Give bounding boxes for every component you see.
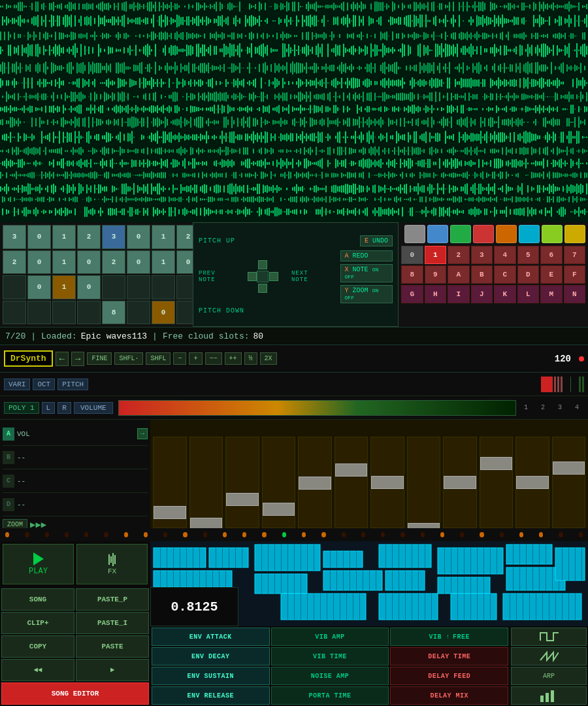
paste-p-button[interactable]: PASTE_P: [76, 588, 149, 611]
seq-cell[interactable]: 0: [127, 225, 150, 249]
delay-mix-button[interactable]: DELAY MIX: [390, 686, 508, 705]
forward-button[interactable]: ►: [76, 659, 149, 681]
nav-cross[interactable]: [248, 260, 278, 293]
pad-color-6[interactable]: [542, 225, 563, 243]
pad-cell-H[interactable]: H: [425, 285, 447, 303]
fader-track-9[interactable]: [480, 437, 514, 528]
fader-track-6[interactable]: [370, 437, 404, 528]
pad-color-0[interactable]: [404, 225, 425, 243]
env-release-button[interactable]: ENV RELEASE: [152, 686, 270, 705]
nav-down-button[interactable]: [258, 284, 267, 293]
env-attack-button[interactable]: ENV ATTACK: [152, 628, 270, 646]
pad-cell-A[interactable]: A: [448, 265, 470, 284]
fader-handle-10[interactable]: [516, 476, 549, 489]
fader-handle-8[interactable]: [444, 476, 476, 489]
shfl-dot-button[interactable]: SHFL·: [114, 352, 143, 365]
sequencer-grid[interactable]: 301230122010201001080: [0, 222, 203, 327]
pad-color-7[interactable]: [564, 225, 585, 243]
pad-cell-0[interactable]: 0: [401, 246, 423, 264]
rewind-button[interactable]: ◄◄: [1, 659, 74, 681]
vib-amp-button[interactable]: VIB AMP: [271, 628, 389, 646]
chart-button[interactable]: [511, 686, 587, 705]
pad-cell-2[interactable]: 2: [448, 246, 470, 264]
seq-cell[interactable]: [127, 275, 150, 299]
porta-time-button[interactable]: PORTA TIME: [271, 686, 389, 705]
fader-handle-11[interactable]: [553, 462, 585, 475]
redo-button[interactable]: A REDO: [340, 250, 393, 261]
seq-cell[interactable]: 1: [52, 250, 76, 275]
shfl-button[interactable]: SHFL: [146, 352, 171, 365]
env-lane-d[interactable]: D --: [3, 493, 148, 516]
copy-button[interactable]: COPY: [1, 635, 74, 658]
pad-color-5[interactable]: [519, 225, 540, 243]
minus-minus-button[interactable]: −−: [205, 352, 222, 365]
arp-button[interactable]: ARP: [511, 667, 587, 685]
fader-track-3[interactable]: [262, 437, 296, 528]
env-lane-a[interactable]: A VOL →: [3, 422, 148, 446]
fader-track-1[interactable]: [189, 437, 223, 528]
fader-handle-9[interactable]: [480, 457, 513, 470]
fader-track-0[interactable]: [153, 437, 187, 528]
seq-cell[interactable]: 1: [152, 225, 175, 249]
noise-amp-button[interactable]: NOISE AMP: [271, 667, 389, 685]
paste-button[interactable]: PASTE: [76, 635, 149, 658]
fader-handle-0[interactable]: [154, 506, 186, 519]
pad-color-3[interactable]: [473, 225, 494, 243]
seq-cell[interactable]: 2: [77, 225, 101, 249]
clip-button[interactable]: CLIP+: [1, 612, 74, 634]
pad-cell-C[interactable]: C: [494, 265, 516, 284]
pad-cell-F[interactable]: F: [564, 265, 586, 284]
waveform-saw-button[interactable]: [511, 647, 587, 665]
minus-button[interactable]: −: [173, 352, 186, 365]
fader-track-8[interactable]: [443, 437, 477, 528]
seq-cell[interactable]: [3, 301, 26, 325]
song-editor-button[interactable]: SONG EDITOR: [1, 682, 149, 705]
vib-time-button[interactable]: VIB TIME: [271, 647, 389, 665]
pad-color-1[interactable]: [427, 225, 448, 243]
nav-right-button[interactable]: [269, 272, 278, 281]
seq-cell[interactable]: 1: [52, 275, 76, 299]
prev-button[interactable]: ←: [56, 352, 69, 366]
vib-up-button[interactable]: VIB ↑ FREE: [390, 628, 508, 646]
pad-cell-J[interactable]: J: [471, 285, 493, 303]
seq-cell[interactable]: 0: [77, 250, 101, 275]
fader-handle-3[interactable]: [263, 503, 295, 516]
seq-cell[interactable]: [127, 301, 150, 325]
seq-cell[interactable]: 0: [77, 275, 101, 299]
next-button[interactable]: →: [71, 352, 84, 366]
pad-color-2[interactable]: [450, 225, 471, 243]
plus-plus-button[interactable]: ++: [225, 352, 242, 365]
seq-cell[interactable]: [52, 301, 76, 325]
seq-cell[interactable]: 3: [3, 225, 26, 249]
seq-cell[interactable]: 2: [3, 250, 26, 275]
waveform-square-button[interactable]: [511, 628, 587, 646]
fx-button[interactable]: FX: [76, 544, 148, 584]
undo-button[interactable]: E UNDO: [360, 235, 393, 246]
env-lane-b[interactable]: B --: [3, 446, 148, 469]
pad-cell-M[interactable]: M: [540, 285, 563, 303]
seq-cell[interactable]: 3: [102, 225, 125, 249]
seq-cell[interactable]: 2: [102, 250, 125, 275]
seq-cell[interactable]: [102, 275, 125, 299]
fader-track-5[interactable]: [335, 437, 368, 528]
pad-cell-B[interactable]: B: [471, 265, 493, 284]
pad-cell-8[interactable]: 8: [401, 265, 423, 284]
note-toggle-button[interactable]: X NOTE ON OFF: [340, 264, 393, 282]
pad-cell-L[interactable]: L: [517, 285, 540, 303]
seq-cell[interactable]: 0: [152, 301, 175, 325]
half-button[interactable]: ½: [244, 352, 257, 365]
seq-cell[interactable]: [152, 275, 175, 299]
pad-cell-9[interactable]: 9: [425, 265, 447, 284]
pad-cell-N[interactable]: N: [564, 285, 586, 303]
seq-cell[interactable]: 8: [102, 301, 125, 325]
seq-cell[interactable]: 0: [27, 225, 51, 249]
paste-i-button[interactable]: PASTE_I: [76, 612, 149, 634]
env-sustain-button[interactable]: ENV SUSTAIN: [152, 667, 270, 685]
pad-cell-1[interactable]: 1: [425, 246, 447, 264]
seq-cell[interactable]: [27, 301, 51, 325]
fader-handle-6[interactable]: [371, 476, 404, 489]
song-button[interactable]: SONG: [1, 588, 74, 611]
seq-cell[interactable]: [77, 301, 101, 325]
pad-cell-4[interactable]: 4: [494, 246, 516, 264]
pad-cell-E[interactable]: E: [540, 265, 563, 284]
